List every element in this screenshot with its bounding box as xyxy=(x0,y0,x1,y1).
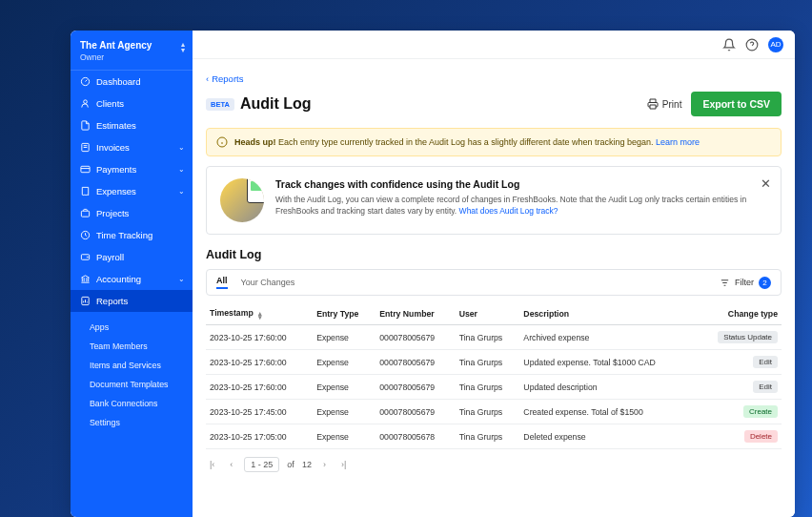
page-first-button[interactable]: |‹ xyxy=(206,458,218,471)
sidebar-item-label: Estimates xyxy=(96,120,136,131)
cell-entry-number: 000078005678 xyxy=(376,424,455,449)
cell-user: Tina Grurps xyxy=(456,400,520,424)
table-row[interactable]: 2023-10-25 17:60:00Expense000078005679Ti… xyxy=(206,325,782,350)
clock-icon xyxy=(80,230,91,240)
breadcrumb-label: Reports xyxy=(212,73,243,84)
sidebar-sub-apps[interactable]: Apps xyxy=(71,318,193,337)
user-icon xyxy=(80,98,91,109)
page-of-label: of xyxy=(287,460,294,469)
sidebar-sub-settings[interactable]: Settings xyxy=(71,413,193,432)
print-label: Print xyxy=(662,99,682,110)
sidebar-sub-document-templates[interactable]: Document Templates xyxy=(71,375,193,394)
cell-user: Tina Grurps xyxy=(456,424,520,449)
col-change-type[interactable]: Change type xyxy=(697,303,782,325)
filter-button[interactable]: Filter 2 xyxy=(720,277,771,289)
sidebar-item-label: Expenses xyxy=(96,186,136,196)
page-total: 12 xyxy=(302,460,312,469)
col-user[interactable]: User xyxy=(456,303,520,325)
page-last-button[interactable]: ›| xyxy=(337,458,350,471)
gauge-icon xyxy=(80,76,91,87)
col-timestamp[interactable]: Timestamp ▴▾ xyxy=(206,303,313,325)
change-type-tag: Edit xyxy=(753,381,778,393)
bell-icon[interactable] xyxy=(722,38,736,52)
sidebar-item-time-tracking[interactable]: Time Tracking xyxy=(71,224,193,246)
beta-badge: BETA xyxy=(206,98,234,111)
cell-change-type: Delete xyxy=(697,424,782,449)
cell-user: Tina Grurps xyxy=(456,350,520,375)
tab-all[interactable]: All xyxy=(216,276,228,289)
col-entry-type[interactable]: Entry Type xyxy=(313,303,376,325)
tab-your-changes[interactable]: Your Changes xyxy=(241,278,295,287)
table-row[interactable]: 2023-10-25 17:45:00Expense000078005679Ti… xyxy=(206,400,782,424)
svg-point-10 xyxy=(87,257,88,258)
page-content: ‹ Reports BETA Audit Log Print Export to… xyxy=(193,59,795,487)
sidebar-item-projects[interactable]: Projects xyxy=(71,202,193,224)
cell-change-type: Status Update xyxy=(697,325,782,350)
report-icon xyxy=(80,296,91,306)
sidebar-sub-team-members[interactable]: Team Members xyxy=(71,337,193,356)
section-title: Audit Log xyxy=(206,248,782,261)
print-icon xyxy=(647,98,659,110)
chevron-down-icon: ⌄ xyxy=(178,187,185,196)
cell-change-type: Edit xyxy=(697,350,782,375)
sidebar-item-accounting[interactable]: Accounting⌄ xyxy=(71,268,193,290)
cell-description: Updated expense. Total $1000 CAD xyxy=(519,350,696,375)
table-row[interactable]: 2023-10-25 17:05:00Expense000078005678Ti… xyxy=(206,424,782,449)
help-icon[interactable] xyxy=(745,38,759,52)
sidebar-item-label: Time Tracking xyxy=(96,230,152,240)
info-card-link[interactable]: What does Audit Log track? xyxy=(459,206,558,216)
sidebar-item-reports[interactable]: Reports xyxy=(71,290,193,312)
cell-entry-type: Expense xyxy=(313,424,376,449)
print-button[interactable]: Print xyxy=(647,98,682,110)
col-entry-number[interactable]: Entry Number xyxy=(376,303,455,325)
page-range[interactable]: 1 - 25 xyxy=(244,457,279,472)
sidebar-item-estimates[interactable]: Estimates xyxy=(71,114,193,136)
sidebar-item-clients[interactable]: Clients xyxy=(71,93,193,114)
chevron-down-icon: ⌄ xyxy=(178,143,185,152)
page-next-button[interactable]: › xyxy=(319,458,330,471)
cell-entry-type: Expense xyxy=(313,350,376,375)
filter-label: Filter xyxy=(735,278,754,287)
sidebar-item-label: Dashboard xyxy=(96,76,140,87)
avatar[interactable]: AD xyxy=(768,37,783,52)
chevron-down-icon: ⌄ xyxy=(178,165,185,174)
sidebar-sub-items-and-services[interactable]: Items and Services xyxy=(71,356,193,375)
sidebar-item-payroll[interactable]: Payroll xyxy=(71,246,193,268)
col-description[interactable]: Description xyxy=(519,303,696,325)
info-icon xyxy=(216,136,228,148)
org-switcher[interactable]: The Ant Agency Owner ▴▾ xyxy=(71,31,193,71)
close-icon[interactable]: ✕ xyxy=(761,176,771,191)
cell-timestamp: 2023-10-25 17:60:00 xyxy=(206,350,313,375)
sidebar-sub-bank-connections[interactable]: Bank Connections xyxy=(71,394,193,413)
table-row[interactable]: 2023-10-25 17:60:00Expense000078005679Ti… xyxy=(206,375,782,400)
svg-rect-5 xyxy=(81,166,90,172)
sidebar-item-label: Payments xyxy=(96,164,136,175)
sidebar-item-dashboard[interactable]: Dashboard xyxy=(71,71,193,93)
tabs-bar: All Your Changes Filter 2 xyxy=(206,269,782,296)
cell-timestamp: 2023-10-25 17:60:00 xyxy=(206,325,313,350)
export-csv-button[interactable]: Export to CSV xyxy=(691,92,782,116)
cell-timestamp: 2023-10-25 17:60:00 xyxy=(206,375,313,400)
alert-text: Each entry type currently tracked in the… xyxy=(276,137,657,147)
cell-entry-number: 000078005679 xyxy=(376,350,455,375)
cell-description: Created expense. Total of $1500 xyxy=(519,400,696,424)
audit-log-table: Timestamp ▴▾ Entry Type Entry Number Use… xyxy=(206,303,782,449)
table-row[interactable]: 2023-10-25 17:60:00Expense000078005679Ti… xyxy=(206,350,782,375)
cell-entry-number: 000078005679 xyxy=(376,400,455,424)
sidebar-item-label: Invoices xyxy=(96,142,130,153)
svg-point-1 xyxy=(84,100,88,104)
page-prev-button[interactable]: ‹ xyxy=(226,458,236,471)
cell-change-type: Edit xyxy=(697,375,782,400)
cell-timestamp: 2023-10-25 17:05:00 xyxy=(206,424,313,449)
cell-entry-type: Expense xyxy=(313,375,376,400)
breadcrumb[interactable]: ‹ Reports xyxy=(206,73,243,84)
invoice-icon xyxy=(80,142,91,153)
alert-learn-more-link[interactable]: Learn more xyxy=(656,137,700,147)
chevron-down-icon: ⌄ xyxy=(178,275,185,283)
org-switcher-arrows-icon: ▴▾ xyxy=(181,42,185,53)
bank-icon xyxy=(80,274,91,284)
sidebar-item-expenses[interactable]: Expenses⌄ xyxy=(71,180,193,202)
sidebar-item-invoices[interactable]: Invoices⌄ xyxy=(71,136,193,158)
topbar: AD xyxy=(193,31,795,59)
sidebar-item-payments[interactable]: Payments⌄ xyxy=(71,158,193,180)
